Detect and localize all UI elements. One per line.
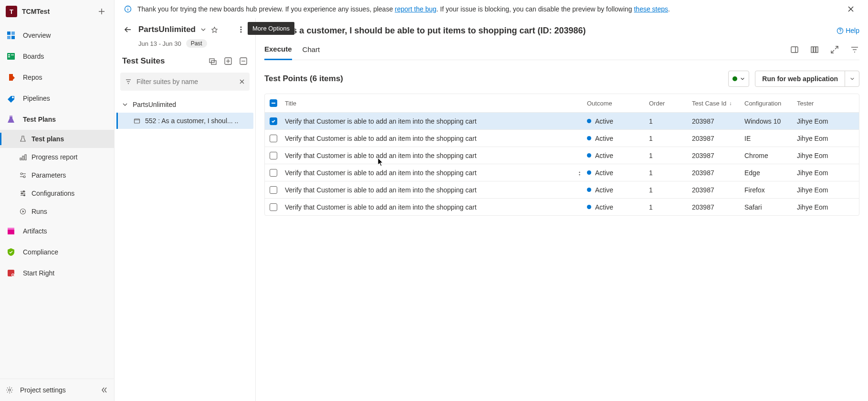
- sidebar-item-repos[interactable]: Repos: [0, 67, 114, 88]
- cell-config: Firefox: [744, 186, 797, 194]
- sidebar-item-overview[interactable]: Overview: [0, 25, 114, 46]
- sidebar-item-startright[interactable]: Start Right: [0, 263, 114, 284]
- back-button[interactable]: [122, 24, 134, 35]
- cell-order: 1: [649, 135, 692, 142]
- col-header-title[interactable]: Title: [285, 100, 587, 107]
- sidebar-item-compliance[interactable]: Compliance: [0, 242, 114, 263]
- col-header-tcid[interactable]: Test Case Id ↓: [692, 100, 744, 107]
- sidebar-item-boards[interactable]: Boards: [0, 46, 114, 67]
- row-more-button[interactable]: [575, 170, 584, 177]
- svg-rect-16: [10, 116, 12, 117]
- cell-outcome: Active: [587, 152, 649, 159]
- cell-tester: Jihye Eom: [797, 117, 854, 125]
- columns-icon[interactable]: [810, 45, 819, 54]
- tree-row-root[interactable]: PartsUnlimited: [116, 96, 253, 113]
- table-row[interactable]: Verify that Customer is able to add an i…: [265, 147, 859, 164]
- outcome-filter-dropdown[interactable]: [728, 71, 749, 87]
- cell-tcid: 203987: [692, 135, 744, 142]
- svg-rect-61: [816, 47, 818, 53]
- detail-pane: 552 : As a customer, I should be able to…: [256, 18, 868, 401]
- sidebar-subitem-progress[interactable]: Progress report: [0, 148, 114, 166]
- cell-tester: Jihye Eom: [797, 203, 854, 211]
- plan-name[interactable]: PartsUnlimited: [138, 25, 196, 34]
- collapse-sidebar-button[interactable]: [99, 385, 109, 395]
- sidebar-subitem-parameters[interactable]: Parameters: [0, 166, 114, 184]
- table-row[interactable]: Verify that Customer is able to add an i…: [265, 198, 859, 215]
- sidebar-subitem-testplans[interactable]: Test plans: [0, 130, 114, 148]
- filter-suites-input[interactable]: [136, 78, 234, 85]
- tab-chart[interactable]: Chart: [303, 39, 320, 60]
- row-checkbox[interactable]: [270, 135, 277, 142]
- cell-title: Verify that Customer is able to add an i…: [285, 135, 587, 142]
- table-row[interactable]: Verify that Customer is able to add an i…: [265, 129, 859, 147]
- status-dot-icon: [587, 188, 591, 192]
- table-row[interactable]: Verify that Customer is able to add an i…: [265, 164, 859, 181]
- parameters-icon: [19, 171, 27, 179]
- cell-order: 1: [649, 169, 692, 177]
- sidebar-label-testplans: Test Plans: [23, 116, 56, 123]
- disable-steps-link[interactable]: these steps: [634, 5, 668, 13]
- help-link[interactable]: Help: [837, 27, 859, 34]
- col-header-outcome[interactable]: Outcome: [587, 100, 649, 107]
- table-row[interactable]: Verify that Customer is able to add an i…: [265, 181, 859, 198]
- clear-filter-button[interactable]: [239, 79, 245, 84]
- add-suite-icon[interactable]: [224, 57, 232, 65]
- select-all-checkbox[interactable]: [270, 99, 277, 107]
- svg-rect-33: [8, 228, 14, 230]
- cell-title: Verify that Customer is able to add an i…: [285, 203, 587, 211]
- plan-more-button[interactable]: More Options: [234, 23, 248, 36]
- fullscreen-icon[interactable]: [830, 45, 839, 54]
- delete-suite-icon[interactable]: [239, 57, 248, 65]
- sidebar-item-artifacts[interactable]: Artifacts: [0, 221, 114, 242]
- sidebar-label-boards: Boards: [23, 53, 44, 60]
- close-banner-button[interactable]: [843, 1, 858, 17]
- svg-point-56: [840, 32, 840, 32]
- tree-row-suite-552[interactable]: 552 : As a customer, I shoul... ..: [116, 113, 253, 129]
- filter-suites-box[interactable]: [120, 73, 250, 91]
- info-icon: [124, 5, 132, 13]
- report-bug-link[interactable]: report the bug: [395, 5, 436, 13]
- row-checkbox[interactable]: [270, 117, 277, 125]
- row-checkbox[interactable]: [270, 152, 277, 159]
- chevron-down-icon[interactable]: [122, 102, 129, 107]
- green-dot-icon: [732, 76, 737, 81]
- status-dot-icon: [587, 136, 591, 140]
- run-button-label[interactable]: Run for web application: [755, 75, 845, 83]
- sidebar-sublabel-parameters: Parameters: [31, 171, 66, 179]
- cell-tester: Jihye Eom: [797, 135, 854, 142]
- row-checkbox[interactable]: [270, 186, 277, 194]
- plan-chevron-icon[interactable]: [200, 27, 206, 32]
- svg-point-2: [127, 7, 128, 8]
- table-row[interactable]: Verify that Customer is able to add an i…: [265, 112, 859, 129]
- sidebar-item-project-settings[interactable]: Project settings: [0, 379, 114, 401]
- col-header-tester[interactable]: Tester: [797, 100, 854, 107]
- tab-execute[interactable]: Execute: [264, 39, 292, 60]
- col-header-config[interactable]: Configuration: [744, 100, 797, 107]
- cell-title: Verify that Customer is able to add an i…: [285, 169, 587, 177]
- side-panel-icon[interactable]: [790, 45, 799, 54]
- status-dot-icon: [587, 205, 591, 209]
- new-project-button[interactable]: [95, 5, 108, 18]
- cell-outcome: Active: [587, 135, 649, 142]
- sidebar-item-pipelines[interactable]: Pipelines: [0, 88, 114, 109]
- cell-tcid: 203987: [692, 117, 744, 125]
- tree-root-label: PartsUnlimited: [133, 101, 250, 108]
- svg-rect-7: [7, 32, 10, 35]
- cell-outcome: Active: [587, 203, 649, 211]
- col-header-order[interactable]: Order: [649, 100, 692, 107]
- run-button-split[interactable]: [845, 71, 859, 86]
- cell-title: Verify that Customer is able to add an i…: [285, 186, 587, 194]
- sidebar-subitem-configurations[interactable]: Configurations: [0, 184, 114, 202]
- svg-line-63: [831, 50, 834, 53]
- svg-rect-13: [8, 56, 10, 57]
- row-checkbox[interactable]: [270, 169, 277, 177]
- sidebar-item-testplans[interactable]: Test Plans: [0, 109, 114, 130]
- sidebar-subitem-runs[interactable]: Runs: [0, 202, 114, 221]
- expand-suites-icon[interactable]: [209, 57, 217, 65]
- row-checkbox[interactable]: [270, 203, 277, 211]
- sidebar-label-pipelines: Pipelines: [23, 95, 50, 102]
- filter-toggle-icon[interactable]: [850, 45, 859, 54]
- chevron-down-icon: [740, 76, 745, 81]
- favorite-icon[interactable]: [211, 26, 218, 33]
- project-header[interactable]: T TCMTest: [0, 0, 114, 23]
